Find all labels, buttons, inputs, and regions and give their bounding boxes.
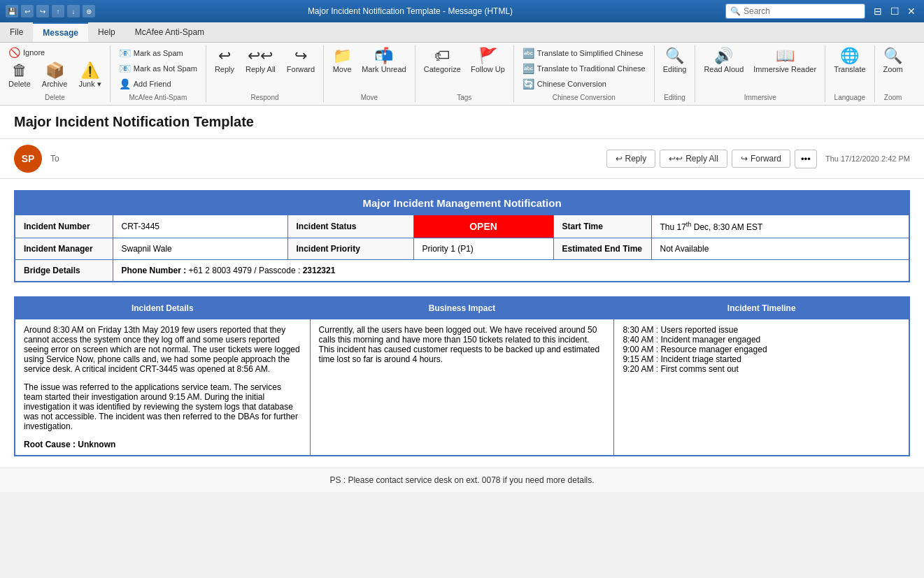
ribbon-group-immersive: 🔊Read Aloud 📖Immersive Reader Immersive <box>695 45 825 102</box>
estimated-end-value: Not Available <box>651 238 909 260</box>
tab-mcafee[interactable]: McAfee Anti-Spam <box>125 22 214 42</box>
categorize-button[interactable]: 🏷Categorize <box>420 45 465 76</box>
immersive-reader-icon: 📖 <box>776 48 795 64</box>
add-friend-button[interactable]: 👤Add Friend <box>115 77 176 91</box>
save-icon-btn[interactable]: 💾 <box>6 5 18 17</box>
ribbon-group-chinese: 🔤Translate to Simplified Chinese 🔤Transl… <box>514 45 655 102</box>
reply-all-icon: ↩↩ <box>248 48 273 64</box>
categorize-icon: 🏷 <box>434 48 450 64</box>
chinese-group-label: Chinese Conversion <box>553 92 616 102</box>
down-icon-btn[interactable]: ↓ <box>67 5 80 17</box>
ribbon-group-mcafee: 📧Mark as Spam 📧Mark as Not Spam 👤Add Fri… <box>111 45 206 102</box>
incident-number-label: Incident Number <box>15 215 113 238</box>
tab-message[interactable]: Message <box>33 22 88 42</box>
col-details-para2: The issue was referred to the applicatio… <box>24 382 301 431</box>
restore-btn[interactable]: ☐ <box>888 4 902 18</box>
tab-help[interactable]: Help <box>88 22 125 42</box>
search-box[interactable]: 🔍 <box>725 3 865 19</box>
translate-simplified-button[interactable]: 🔤Translate to Simplified Chinese <box>518 46 648 60</box>
immersive-reader-button[interactable]: 📖Immersive Reader <box>749 45 820 76</box>
close-btn[interactable]: ✕ <box>904 4 918 18</box>
chinese-conversion-button[interactable]: 🔄Chinese Conversion <box>518 77 611 91</box>
editing-buttons: 🔍Editing <box>659 45 691 92</box>
more-icon-btn[interactable]: ⊕ <box>83 5 95 17</box>
reply-button[interactable]: ↩Reply <box>211 45 239 76</box>
delete-icon: 🗑 <box>12 63 27 78</box>
redo-icon-btn[interactable]: ↪ <box>36 5 49 17</box>
incident-manager-label: Incident Manager <box>15 238 113 260</box>
reply-arrow-icon: ↩ <box>616 154 623 164</box>
mcafee-buttons: 📧Mark as Spam 📧Mark as Not Spam 👤Add Fri… <box>115 45 201 92</box>
ribbon-content: 🚫Ignore 🗑Delete 📦Archive ⚠️Junk ▾ Delete… <box>0 43 924 105</box>
ribbon-group-tags: 🏷Categorize 🚩Follow Up Tags <box>415 45 514 102</box>
email-header: SP To ↩ Reply ↩↩ Reply All ↪ Forward •••… <box>0 139 924 179</box>
mark-unread-icon: 📬 <box>374 48 393 64</box>
forward-ribbon-button[interactable]: ↪Forward <box>283 45 319 76</box>
translate-icon: 🌐 <box>840 48 859 64</box>
search-icon: 🔍 <box>730 6 741 16</box>
col-details-header: Incident Details <box>15 297 310 319</box>
window-title: Major Incident Notification Template - M… <box>101 6 720 16</box>
editing-group-label: Editing <box>664 92 685 102</box>
undo-icon-btn[interactable]: ↩ <box>21 5 34 17</box>
delete-button[interactable]: 🗑Delete <box>4 60 35 92</box>
reply-action-btn[interactable]: ↩ Reply <box>606 150 656 168</box>
archive-button[interactable]: 📦Archive <box>38 60 72 92</box>
ribbon: File Message Help McAfee Anti-Spam 🚫Igno… <box>0 22 924 106</box>
move-buttons: 📁Move 📬Mark Unread <box>328 45 411 92</box>
follow-up-icon: 🚩 <box>478 48 497 64</box>
mark-unread-button[interactable]: 📬Mark Unread <box>357 45 411 76</box>
read-aloud-button[interactable]: 🔊Read Aloud <box>699 45 748 76</box>
reply-all-button[interactable]: ↩↩Reply All <box>241 45 280 76</box>
follow-up-button[interactable]: 🚩Follow Up <box>467 45 509 76</box>
timeline-line-4: 9:15 AM : Incident triage started <box>623 354 900 364</box>
timeline-line-1: 8:30 AM : Users reported issue <box>623 325 900 335</box>
translate-traditional-button[interactable]: 🔤Translate to Traditional Chinese <box>518 62 650 75</box>
tab-file[interactable]: File <box>0 22 33 42</box>
minimize-btn[interactable]: ⊟ <box>871 4 885 18</box>
translate-traditional-icon: 🔤 <box>523 63 534 74</box>
ribbon-group-delete: 🚫Ignore 🗑Delete 📦Archive ⚠️Junk ▾ Delete <box>0 45 111 102</box>
more-actions-btn[interactable]: ••• <box>795 150 817 168</box>
read-aloud-icon: 🔊 <box>714 48 733 64</box>
search-input[interactable] <box>744 6 860 16</box>
editing-icon: 🔍 <box>665 48 684 64</box>
delete-group-label: Delete <box>45 92 65 102</box>
notification-table: Major Incident Management Notification I… <box>14 190 910 282</box>
zoom-icon: 🔍 <box>883 48 902 64</box>
forward-action-btn[interactable]: ↪ Forward <box>732 150 790 168</box>
forward-arrow-icon: ↪ <box>741 154 748 164</box>
mark-as-spam-button[interactable]: 📧Mark as Spam <box>115 46 187 60</box>
junk-button[interactable]: ⚠️Junk ▾ <box>74 60 105 92</box>
up-icon-btn[interactable]: ↑ <box>52 5 64 17</box>
email-meta: To <box>50 154 606 164</box>
translate-button[interactable]: 🌐Translate <box>830 45 869 76</box>
col-timeline-content: 8:30 AM : Users reported issue 8:40 AM :… <box>614 319 909 456</box>
zoom-group-label: Zoom <box>884 92 902 102</box>
window-controls[interactable]: ⊟ ☐ ✕ <box>871 4 918 18</box>
timeline-line-5: 9:20 AM : First comms sent out <box>623 364 900 374</box>
email-actions: ↩ Reply ↩↩ Reply All ↪ Forward ••• <box>606 150 817 168</box>
spam-icon: 📧 <box>119 48 131 59</box>
tags-buttons: 🏷Categorize 🚩Follow Up <box>420 45 509 92</box>
mark-as-not-spam-button[interactable]: 📧Mark as Not Spam <box>115 62 201 75</box>
editing-button[interactable]: 🔍Editing <box>659 45 691 76</box>
reply-icon: ↩ <box>218 48 231 64</box>
not-spam-icon: 📧 <box>119 63 131 74</box>
timeline-line-3: 9:00 AM : Resource manager engaged <box>623 345 900 354</box>
ignore-icon: 🚫 <box>8 47 20 58</box>
ignore-button[interactable]: 🚫Ignore <box>4 45 106 59</box>
ribbon-group-move: 📁Move 📬Mark Unread Move <box>324 45 415 102</box>
timeline-line-2: 8:40 AM : Incident manager engaged <box>623 335 900 345</box>
move-button[interactable]: 📁Move <box>328 45 356 76</box>
ribbon-group-respond: ↩Reply ↩↩Reply All ↪Forward Respond <box>206 45 324 102</box>
bridge-details: Phone Number : +61 2 8003 4979 / Passcod… <box>113 260 909 282</box>
archive-icon: 📦 <box>45 63 64 78</box>
title-bar-icons[interactable]: 💾 ↩ ↪ ↑ ↓ ⊕ <box>6 5 95 17</box>
reply-all-action-btn[interactable]: ↩↩ Reply All <box>660 150 727 168</box>
zoom-button[interactable]: 🔍Zoom <box>879 45 907 76</box>
footer-note: PS : Please contact service desk on ext.… <box>0 468 924 492</box>
immersive-group-label: Immersive <box>744 92 776 102</box>
col-timeline-header: Incident Timeline <box>614 297 909 319</box>
email-subject: Major Incident Notification Template <box>0 106 924 139</box>
